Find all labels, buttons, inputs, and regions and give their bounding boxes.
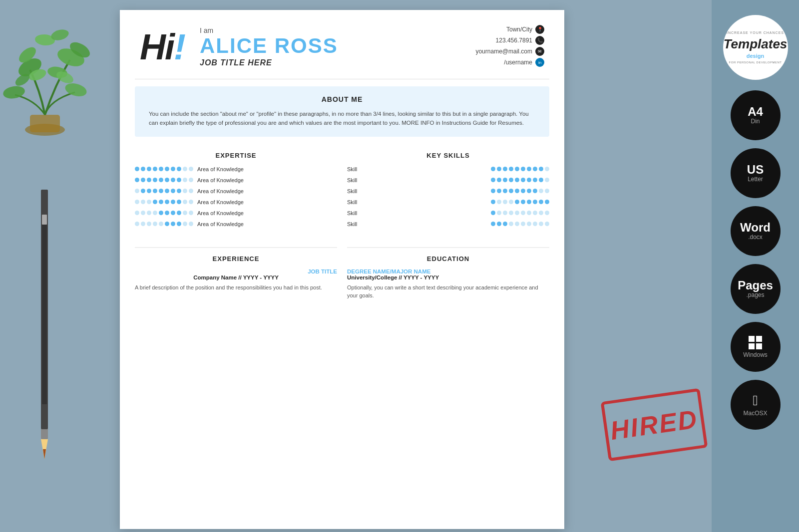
dot bbox=[177, 189, 181, 193]
dot bbox=[141, 200, 145, 204]
skill-row-4: Skill bbox=[347, 199, 549, 205]
key-skills-column: KEY SKILLS Skill Skill Skill bbox=[347, 147, 549, 237]
dot bbox=[509, 222, 513, 226]
brand-logo: INCREASE YOUR CHANCES Templates design F… bbox=[723, 15, 788, 80]
svg-rect-19 bbox=[42, 215, 47, 225]
dot bbox=[147, 189, 151, 193]
dot bbox=[497, 178, 501, 182]
dot bbox=[497, 167, 501, 171]
expertise-row-3: Area of Knowledge bbox=[135, 188, 337, 194]
name-block: I am ALICE ROSS JOB TITLE HERE bbox=[195, 26, 465, 67]
about-title: ABOUT ME bbox=[149, 95, 535, 103]
badge-word-main: Word bbox=[740, 222, 771, 234]
dot bbox=[521, 222, 525, 226]
dot bbox=[503, 200, 507, 204]
dot bbox=[533, 222, 537, 226]
format-badge-word[interactable]: Word .docx bbox=[731, 206, 781, 256]
dot bbox=[159, 178, 163, 182]
expertise-label-4: Area of Knowledge bbox=[197, 199, 247, 205]
dot bbox=[521, 200, 525, 204]
win-square-2 bbox=[756, 336, 762, 342]
plant-decoration bbox=[0, 0, 120, 150]
dot bbox=[177, 200, 181, 204]
badge-a4-sub: Din bbox=[751, 118, 760, 125]
dot bbox=[183, 211, 187, 215]
dot bbox=[147, 222, 151, 226]
dot bbox=[141, 222, 145, 226]
dot bbox=[545, 189, 549, 193]
dot bbox=[509, 189, 513, 193]
dot bbox=[141, 167, 145, 171]
dot bbox=[539, 211, 543, 215]
dot bbox=[171, 167, 175, 171]
brand-design: design bbox=[724, 52, 788, 59]
education-section: EDUCATION DEGREE NAME/MAJOR NAME Univers… bbox=[347, 247, 549, 300]
dot bbox=[491, 200, 495, 204]
dot bbox=[135, 189, 139, 193]
expertise-label-1: Area of Knowledge bbox=[197, 166, 247, 172]
contact-info: Town/City 📍 123.456.7891 📞 yourname@mail… bbox=[475, 25, 544, 69]
dot bbox=[171, 200, 175, 204]
dot bbox=[171, 222, 175, 226]
expertise-column: EXPERTISE Area of Knowledge Area of Know… bbox=[135, 147, 337, 237]
expertise-title: EXPERTISE bbox=[135, 152, 337, 159]
format-badge-a4[interactable]: A4 Din bbox=[731, 90, 781, 140]
dot bbox=[491, 211, 495, 215]
dot bbox=[503, 167, 507, 171]
dot bbox=[159, 200, 163, 204]
dot bbox=[545, 211, 549, 215]
expertise-dots-1 bbox=[135, 167, 193, 171]
contact-location: Town/City 📍 bbox=[475, 25, 544, 34]
dot bbox=[147, 178, 151, 182]
format-badge-us[interactable]: US Letter bbox=[731, 148, 781, 198]
skill-label-2: Skill bbox=[347, 177, 397, 183]
dot bbox=[503, 178, 507, 182]
skill-row-5: Skill bbox=[347, 210, 549, 216]
dot bbox=[527, 211, 531, 215]
dot bbox=[141, 189, 145, 193]
dot bbox=[141, 178, 145, 182]
brand-tagline: FOR PERSONAL DEVELOPMENT bbox=[724, 61, 788, 65]
format-badge-windows[interactable]: Windows bbox=[731, 322, 781, 372]
dot bbox=[135, 211, 139, 215]
dot bbox=[165, 200, 169, 204]
skill-row-6: Skill bbox=[347, 221, 549, 227]
skill-dots-2 bbox=[491, 178, 549, 182]
dot bbox=[165, 189, 169, 193]
expertise-label-5: Area of Knowledge bbox=[197, 210, 247, 216]
expertise-dots-6 bbox=[135, 222, 193, 226]
dot bbox=[183, 167, 187, 171]
hi-greeting: Hi! bbox=[140, 29, 185, 65]
dot bbox=[177, 211, 181, 215]
expertise-dots-4 bbox=[135, 200, 193, 204]
format-badge-pages[interactable]: Pages .pages bbox=[731, 264, 781, 314]
dot bbox=[539, 189, 543, 193]
dot bbox=[153, 167, 157, 171]
dot bbox=[147, 200, 151, 204]
dot bbox=[515, 222, 519, 226]
expertise-row-2: Area of Knowledge bbox=[135, 177, 337, 183]
skill-label-3: Skill bbox=[347, 188, 397, 194]
dot bbox=[153, 211, 157, 215]
dot bbox=[527, 167, 531, 171]
dot bbox=[183, 189, 187, 193]
skill-row-1: Skill bbox=[347, 166, 549, 172]
skill-dots-6 bbox=[491, 222, 549, 226]
dot bbox=[141, 211, 145, 215]
dot bbox=[521, 167, 525, 171]
expertise-row-6: Area of Knowledge bbox=[135, 221, 337, 227]
dot bbox=[135, 167, 139, 171]
education-description: Optionally, you can write a short text d… bbox=[347, 283, 549, 300]
education-title: EDUCATION bbox=[347, 255, 549, 263]
dot bbox=[183, 222, 187, 226]
skill-label-4: Skill bbox=[347, 199, 397, 205]
dot bbox=[533, 189, 537, 193]
dot bbox=[165, 167, 169, 171]
right-sidebar: INCREASE YOUR CHANCES Templates design F… bbox=[712, 0, 799, 532]
hired-stamp: HIRED bbox=[601, 388, 708, 462]
dot bbox=[183, 178, 187, 182]
linkedin-icon: in bbox=[535, 58, 544, 67]
format-badge-macosx[interactable]:  MacOSX bbox=[731, 380, 781, 430]
dot bbox=[491, 222, 495, 226]
dot bbox=[159, 222, 163, 226]
